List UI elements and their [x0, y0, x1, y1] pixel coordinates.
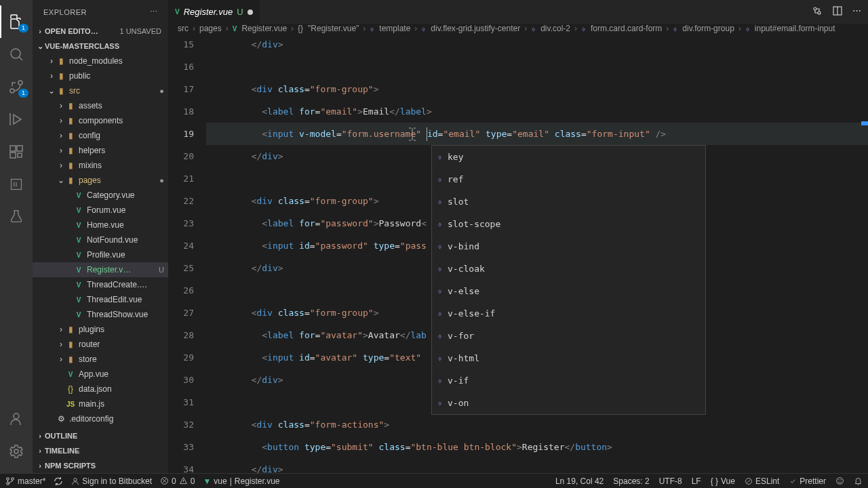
ac-item[interactable]: ⬨v-on: [432, 392, 705, 414]
svg-point-11: [818, 12, 821, 14]
sync-icon[interactable]: [54, 476, 63, 486]
modified-icon: [248, 9, 253, 15]
tree-file[interactable]: {}data.json: [33, 382, 168, 396]
scm-badge: 1: [18, 89, 28, 98]
tree-file[interactable]: VThreadShow.vue: [33, 307, 168, 322]
signin-status[interactable]: Sign in to Bitbucket: [71, 476, 152, 486]
tree-file[interactable]: VThreadEdit.vue: [33, 292, 168, 307]
more-icon[interactable]: ⋯: [150, 7, 158, 16]
explorer-icon[interactable]: 1: [0, 5, 33, 38]
tree-file[interactable]: VApp.vue: [33, 367, 168, 382]
ac-item[interactable]: ⬨v-for: [432, 325, 705, 347]
tree-folder[interactable]: ›▮mixins: [33, 158, 168, 173]
npm-scripts-header[interactable]: ›NPM SCRIPTS: [33, 458, 168, 473]
tab-bar: V Register.vue U ⋯: [168, 0, 868, 24]
tree-folder[interactable]: ⌄▮src●: [33, 83, 168, 98]
more-icon[interactable]: ⋯: [852, 5, 861, 18]
tree-file[interactable]: VNotFound.vue: [33, 232, 168, 247]
explorer-badge: 1: [18, 24, 28, 33]
ac-item[interactable]: ⬨ref: [432, 168, 705, 190]
tree-file[interactable]: VForum.vue: [33, 203, 168, 218]
sidebar: EXPLORER ⋯ ›OPEN EDITO… 1 UNSAVED ⌄VUE-M…: [33, 0, 168, 473]
svg-point-1: [18, 81, 22, 85]
tree-folder[interactable]: ›▮plugins: [33, 322, 168, 337]
svg-rect-5: [10, 152, 16, 158]
branch-status[interactable]: master*: [5, 476, 45, 486]
autocomplete-popup[interactable]: ⬨key ⬨ref ⬨slot ⬨slot-scope ⬨v-bind ⬨v-c…: [431, 145, 706, 415]
tree-file[interactable]: ⚙.editorconfig: [33, 411, 168, 426]
open-editors-header[interactable]: ›OPEN EDITO… 1 UNSAVED: [33, 24, 168, 39]
test-icon[interactable]: [0, 201, 33, 233]
split-icon[interactable]: [832, 5, 843, 18]
file-tree: ›▮node_modules ›▮public ⌄▮src● ›▮assets …: [33, 54, 168, 428]
ac-item[interactable]: ⬨v-else-if: [432, 302, 705, 325]
ac-item[interactable]: ⬨v-if: [432, 369, 705, 392]
svg-point-2: [10, 89, 14, 93]
search-icon[interactable]: [0, 38, 33, 70]
tree-file-active[interactable]: VRegister.v…U: [33, 262, 168, 277]
ac-item[interactable]: ⬨v-bind: [432, 235, 705, 258]
tree-file[interactable]: VThreadCreate.…: [33, 277, 168, 292]
tree-folder[interactable]: ›▮config: [33, 128, 168, 143]
ac-item[interactable]: ⬨key: [432, 146, 705, 168]
tree-folder[interactable]: ›▮helpers: [33, 143, 168, 158]
ac-item[interactable]: ⬨v-cloak: [432, 258, 705, 280]
line-gutter: 1516 1718 1920 2122 2324 2526 2728 2930 …: [168, 33, 206, 481]
tab-status: U: [237, 7, 243, 17]
tree-file[interactable]: VProfile.vue: [33, 247, 168, 262]
svg-rect-3: [10, 146, 16, 151]
tree-file[interactable]: VHome.vue: [33, 218, 168, 232]
diff-icon[interactable]: [812, 5, 823, 18]
tree-file[interactable]: JSmain.js: [33, 396, 168, 411]
tree-folder[interactable]: ›▮node_modules: [33, 54, 168, 68]
outline-header[interactable]: ›OUTLINE: [33, 428, 168, 443]
tree-folder[interactable]: ›▮assets: [33, 98, 168, 113]
svg-rect-6: [18, 153, 22, 157]
npm-icon[interactable]: [0, 168, 33, 201]
tab-active[interactable]: V Register.vue U: [168, 0, 260, 24]
settings-icon[interactable]: [0, 435, 33, 468]
debug-icon[interactable]: [0, 103, 33, 136]
breadcrumbs[interactable]: src› pages› VRegister.vue› {}"Register.v…: [168, 24, 868, 33]
svg-point-10: [814, 7, 816, 10]
svg-point-9: [14, 449, 18, 453]
minimap[interactable]: [856, 33, 868, 481]
svg-rect-4: [17, 146, 22, 151]
account-icon[interactable]: [0, 403, 33, 435]
svg-point-13: [7, 477, 9, 480]
svg-point-16: [74, 478, 77, 481]
tree-folder[interactable]: ›▮router: [33, 337, 168, 352]
code-editor[interactable]: 1516 1718 1920 2122 2324 2526 2728 2930 …: [168, 33, 868, 481]
ac-item[interactable]: ⬨slot: [432, 190, 705, 213]
svg-point-8: [14, 413, 19, 419]
timeline-header[interactable]: ›TIMELINE: [33, 443, 168, 458]
sidebar-title: EXPLORER ⋯: [33, 0, 168, 24]
tree-folder[interactable]: ›▮store: [33, 352, 168, 367]
editor: V Register.vue U ⋯ src› pages› VRegister…: [168, 0, 868, 473]
source-control-icon[interactable]: 1: [0, 70, 33, 103]
svg-point-0: [11, 49, 20, 58]
workspace-header[interactable]: ⌄VUE-MASTERCLASS: [33, 39, 168, 54]
ac-item[interactable]: ⬨v-html: [432, 347, 705, 369]
tree-file[interactable]: VCategory.vue: [33, 188, 168, 203]
svg-point-15: [12, 477, 14, 480]
ac-item[interactable]: ⬨v-else: [432, 280, 705, 302]
tree-folder[interactable]: ⌄▮pages●: [33, 173, 168, 188]
tree-folder[interactable]: ›▮components: [33, 113, 168, 128]
ac-item[interactable]: ⬨slot-scope: [432, 213, 705, 235]
tab-label: Register.vue: [184, 7, 233, 17]
tree-folder[interactable]: ›▮public: [33, 68, 168, 83]
extensions-icon[interactable]: [0, 136, 33, 168]
activity-bar: 1 1: [0, 0, 33, 473]
